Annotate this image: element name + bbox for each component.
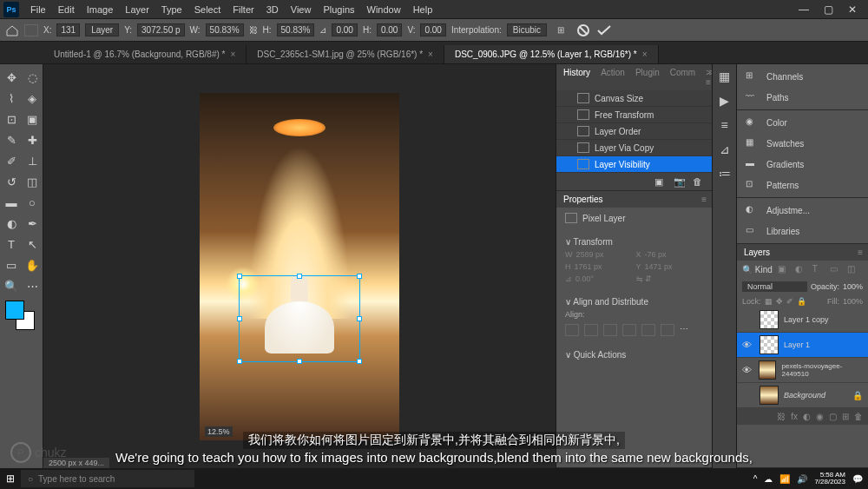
transform-handle[interactable] <box>357 316 362 321</box>
new-snapshot-icon[interactable]: ▣ <box>654 176 667 187</box>
history-item[interactable]: Layer Order <box>556 123 712 140</box>
filter-shape-icon[interactable]: ▭ <box>830 264 842 274</box>
tab-plugin[interactable]: Plugin <box>635 68 660 87</box>
tray-wifi-icon[interactable]: 📶 <box>779 474 790 484</box>
commit-transform-icon[interactable] <box>595 23 613 37</box>
layer-thumbnail[interactable] <box>760 335 779 354</box>
selection-tool[interactable]: ◈ <box>23 89 42 108</box>
strip-icon[interactable]: ▶ <box>717 94 733 109</box>
align-center-h-icon[interactable] <box>584 324 598 336</box>
fx-icon[interactable]: fx <box>791 412 798 421</box>
blur-tool[interactable]: ○ <box>23 193 42 212</box>
tab-dsc2365[interactable]: DSC_2365c1-SM1.jpg @ 25% (RGB/16*) *× <box>247 45 444 63</box>
layer-row[interactable]: 👁 Layer 1 <box>737 333 868 358</box>
menu-3d[interactable]: 3D <box>260 2 285 17</box>
taskbar-clock[interactable]: 5:58 AM 7/28/2023 <box>814 472 845 486</box>
history-item[interactable]: Layer Via Copy <box>556 140 712 156</box>
filter-type-icon[interactable]: T <box>812 264 825 274</box>
layer-row[interactable]: Background 🔒 <box>737 383 868 408</box>
visibility-toggle[interactable]: 👁 <box>742 365 753 375</box>
tab-comm[interactable]: Comm <box>670 68 695 87</box>
y-field[interactable]: 3072.50 p <box>137 23 185 36</box>
gradient-tool[interactable]: ▬ <box>2 193 21 212</box>
lasso-tool[interactable]: ⌇ <box>2 89 21 108</box>
skew-v-field[interactable]: 0.00 <box>420 23 445 36</box>
anchor-icon[interactable] <box>24 24 38 36</box>
prop-w[interactable]: 2589 px <box>576 250 604 259</box>
transform-handle[interactable] <box>297 274 302 279</box>
menu-help[interactable]: Help <box>407 2 439 17</box>
opacity-value[interactable]: 100% <box>843 282 863 291</box>
layer-thumbnail[interactable] <box>760 310 779 329</box>
window-minimize[interactable]: — <box>792 3 816 16</box>
hand-tool[interactable]: ✋ <box>23 255 42 274</box>
gradients-item[interactable]: ▬Gradients <box>737 154 868 175</box>
w-field[interactable]: 50.83% <box>206 23 244 36</box>
menu-filter[interactable]: Filter <box>227 2 260 17</box>
history-item[interactable]: Free Transform <box>556 107 712 123</box>
menu-edit[interactable]: Edit <box>52 2 81 17</box>
fill-value[interactable]: 100% <box>843 297 863 306</box>
layer-name[interactable]: pexels-movoyagee-2449510 <box>781 362 863 378</box>
panel-menu-icon[interactable]: ≡ <box>858 248 861 257</box>
lock-pixel-icon[interactable]: ✐ <box>786 297 793 306</box>
transform-handle[interactable] <box>237 316 242 321</box>
prop-x[interactable]: -76 px <box>645 250 667 259</box>
home-icon[interactable] <box>5 24 19 36</box>
transform-bounding-box[interactable] <box>239 275 360 362</box>
tab-layers[interactable]: Layers <box>744 248 770 257</box>
history-brush-tool[interactable]: ↺ <box>2 172 21 191</box>
cancel-transform-icon[interactable] <box>576 23 590 37</box>
blend-mode-dropdown[interactable]: Normal <box>742 281 807 292</box>
color-item[interactable]: ◉Color <box>737 112 868 133</box>
path-tool[interactable]: ↖ <box>23 235 42 254</box>
crop-tool[interactable]: ⊡ <box>2 109 21 129</box>
transform-handle[interactable] <box>357 274 362 279</box>
stamp-tool[interactable]: ⊥ <box>23 151 42 170</box>
lock-all-icon[interactable]: ▦ <box>765 297 773 306</box>
panel-menu-icon[interactable]: ≡ <box>701 195 705 204</box>
canvas-area[interactable]: 12.5% <box>43 64 556 468</box>
frame-tool[interactable]: ▣ <box>23 109 42 129</box>
type-tool[interactable]: T <box>2 235 21 254</box>
close-icon[interactable]: × <box>230 50 235 59</box>
group-icon[interactable]: ▢ <box>829 412 837 421</box>
skew-h-field[interactable]: 0.00 <box>377 23 402 36</box>
strip-icon[interactable]: ⊿ <box>717 142 733 158</box>
dodge-tool[interactable]: ◐ <box>2 214 21 233</box>
tray-icon[interactable]: ^ <box>753 474 758 484</box>
camera-icon[interactable]: 📷 <box>674 176 686 187</box>
menu-window[interactable]: Window <box>361 2 407 17</box>
layer-row[interactable]: 👁 pexels-movoyagee-2449510 <box>737 358 868 383</box>
window-close[interactable]: ✕ <box>840 3 865 16</box>
menu-layer[interactable]: Layer <box>119 2 155 17</box>
strip-icon[interactable]: ▦ <box>717 69 733 85</box>
filter-adjust-icon[interactable]: ◐ <box>795 264 807 274</box>
start-button[interactable]: ⊞ <box>0 472 21 485</box>
edit-toolbar[interactable]: ⋯ <box>23 276 42 295</box>
menu-select[interactable]: Select <box>188 2 227 17</box>
brush-tool[interactable]: ✐ <box>2 151 21 170</box>
align-bottom-icon[interactable] <box>661 324 674 336</box>
tab-action[interactable]: Action <box>601 68 625 87</box>
new-layer-icon[interactable]: ⊞ <box>842 412 849 421</box>
quick-actions-title[interactable]: ∨ Quick Actions <box>565 347 703 363</box>
interp-dropdown[interactable]: Bicubic <box>507 23 547 36</box>
adjustment-icon[interactable]: ◉ <box>816 412 824 421</box>
flip-icon[interactable]: ⇋ ⇵ <box>636 274 653 283</box>
libraries-item[interactable]: ▭Libraries <box>737 221 868 241</box>
visibility-toggle[interactable]: 👁 <box>742 340 754 350</box>
h-field[interactable]: 50.83% <box>277 23 315 36</box>
healing-tool[interactable]: ✚ <box>23 130 42 149</box>
lock-pos-icon[interactable]: ✥ <box>776 297 783 306</box>
align-right-icon[interactable] <box>603 324 617 336</box>
close-icon[interactable]: × <box>428 50 433 59</box>
align-section-title[interactable]: ∨ Align and Distribute <box>565 294 703 310</box>
transform-handle[interactable] <box>237 359 242 364</box>
link-layers-icon[interactable]: ⛓ <box>777 412 786 421</box>
tab-untitled[interactable]: Untitled-1 @ 16.7% (Background, RGB/8#) … <box>43 45 247 63</box>
transform-handle[interactable] <box>297 359 302 364</box>
marquee-tool[interactable]: ◌ <box>23 68 42 87</box>
paths-item[interactable]: 〰Paths <box>737 87 868 108</box>
zoom-tool[interactable]: 🔍 <box>2 276 21 295</box>
